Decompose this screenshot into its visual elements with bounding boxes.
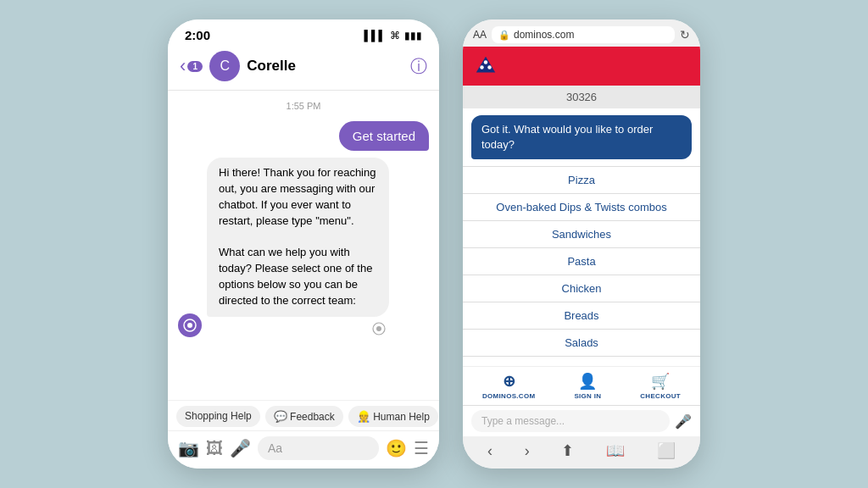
bot-avatar [178, 313, 202, 337]
dominos-message-input[interactable]: Type a message... [471, 410, 670, 432]
nav-signin-label: SIGN IN [574, 392, 601, 400]
microphone-icon[interactable]: 🎤 [230, 438, 251, 458]
quick-reply-feedback[interactable]: 💬 Feedback [265, 406, 343, 427]
browser-share-icon[interactable]: ⬆ [561, 441, 574, 460]
status-time: 2:00 [185, 28, 210, 42]
quick-reply-human[interactable]: 👷 Human Help [348, 406, 438, 427]
svg-point-8 [487, 65, 492, 69]
dominos-input-bar: Type a message... 🎤 [463, 405, 700, 436]
menu-item-sandwiches[interactable]: Sandwiches [463, 221, 700, 248]
feedback-label: Feedback [290, 411, 335, 423]
avatar: C [209, 51, 240, 81]
incoming-message: Hi there! Thank you for reaching out, yo… [178, 158, 429, 337]
dominos-header [463, 47, 700, 86]
nav-sign-in[interactable]: 👤 SIGN IN [574, 372, 601, 400]
wifi-icon: ⌘ [390, 30, 400, 42]
incoming-bubble: Hi there! Thank you for reaching out, yo… [207, 158, 389, 317]
outgoing-message: Get started [339, 121, 429, 151]
browser-bar: AA 🔒 dominos.com ↻ [463, 19, 700, 47]
info-icon[interactable]: ⓘ [410, 55, 427, 78]
browser-bookmarks-icon[interactable]: 📖 [606, 441, 625, 460]
svg-point-1 [187, 323, 192, 328]
shopping-label: Shopping Help [185, 410, 252, 422]
person-icon: 👤 [578, 372, 597, 391]
dominos-bottom-nav: ⊕ DOMINOS.COM 👤 SIGN IN 🛒 CHECKOUT [463, 366, 700, 405]
back-button[interactable]: ‹ 1 [180, 55, 203, 77]
nav-home-label: DOMINOS.COM [482, 392, 535, 400]
message-input[interactable]: Aa [258, 436, 379, 460]
status-bar: 2:00 ▌▌▌ ⌘ ▮▮▮ [168, 19, 439, 46]
message-status-icon [207, 322, 389, 337]
feedback-emoji: 💬 [274, 410, 287, 423]
unread-badge: 1 [187, 61, 203, 72]
browser-bottom-nav: ‹ › ⬆ 📖 ⬜ [463, 436, 700, 469]
human-emoji: 👷 [357, 410, 370, 423]
nav-dominos-home[interactable]: ⊕ DOMINOS.COM [482, 372, 535, 400]
chat-header: ‹ 1 C Corelle ⓘ [168, 46, 439, 91]
signal-icon: ▌▌▌ [364, 30, 386, 42]
svg-point-3 [376, 326, 381, 331]
chevron-left-icon: ‹ [180, 55, 186, 77]
dominos-logo [473, 53, 498, 79]
outgoing-bubble: Get started [339, 121, 429, 151]
menu-item-dips[interactable]: Oven-baked Dips & Twists combos [463, 194, 700, 221]
photo-icon[interactable]: 🖼 [206, 439, 223, 458]
dominos-mic-icon[interactable]: 🎤 [675, 413, 692, 430]
menu-item-chicken[interactable]: Chicken [463, 275, 700, 302]
battery-icon: ▮▮▮ [404, 30, 422, 42]
zip-code: 30326 [463, 86, 700, 108]
browser-forward-icon[interactable]: › [525, 442, 530, 460]
quick-reply-shopping[interactable]: Shopping Help [176, 406, 260, 427]
contact-name: Corelle [247, 58, 403, 75]
menu-item-pizza[interactable]: Pizza [463, 167, 700, 194]
svg-point-7 [484, 60, 488, 64]
menu-icon[interactable]: ☰ [414, 438, 429, 458]
browser-back-icon[interactable]: ‹ [487, 442, 492, 460]
svg-point-6 [480, 65, 484, 69]
menu-item-pasta[interactable]: Pasta [463, 248, 700, 275]
menu-item-breads[interactable]: Breads [463, 302, 700, 330]
home-circle-icon: ⊕ [503, 372, 515, 391]
dominos-input-placeholder: Type a message... [481, 415, 565, 427]
human-label: Human Help [373, 411, 430, 423]
right-phone: AA 🔒 dominos.com ↻ 30326 Got it. What wo… [463, 19, 700, 469]
status-icons: ▌▌▌ ⌘ ▮▮▮ [364, 30, 422, 42]
nav-checkout-label: CHECKOUT [640, 392, 681, 400]
input-bar: 📷 🖼 🎤 Aa 🙂 ☰ [168, 430, 439, 469]
browser-tabs-icon[interactable]: ⬜ [657, 441, 676, 460]
message-timestamp: 1:55 PM [178, 101, 429, 111]
aa-button[interactable]: AA [473, 29, 487, 41]
menu-items-list: Pizza Oven-baked Dips & Twists combos Sa… [463, 166, 700, 357]
lock-icon: 🔒 [498, 30, 510, 41]
messages-area: 1:55 PM Get started Hi there! Thank you … [168, 91, 439, 400]
url-bar[interactable]: 🔒 dominos.com [492, 26, 675, 43]
nav-checkout[interactable]: 🛒 CHECKOUT [640, 372, 681, 400]
camera-icon[interactable]: 📷 [178, 438, 199, 458]
left-phone: 2:00 ▌▌▌ ⌘ ▮▮▮ ‹ 1 C Corelle ⓘ 1:55 PM G… [168, 19, 439, 469]
input-placeholder: Aa [268, 441, 282, 455]
url-text: dominos.com [514, 29, 574, 41]
dominos-chat-area: 30326 Got it. What would you like to ord… [463, 86, 700, 366]
menu-item-salads[interactable]: Salads [463, 330, 700, 357]
emoji-icon[interactable]: 🙂 [386, 438, 407, 458]
dominos-bot-bubble: Got it. What would you like to order tod… [471, 115, 692, 159]
avatar-letter: C [220, 58, 231, 74]
refresh-icon[interactable]: ↻ [680, 28, 690, 42]
cart-icon: 🛒 [651, 372, 670, 391]
quick-replies-bar: Shopping Help 💬 Feedback 👷 Human Help [168, 400, 439, 430]
